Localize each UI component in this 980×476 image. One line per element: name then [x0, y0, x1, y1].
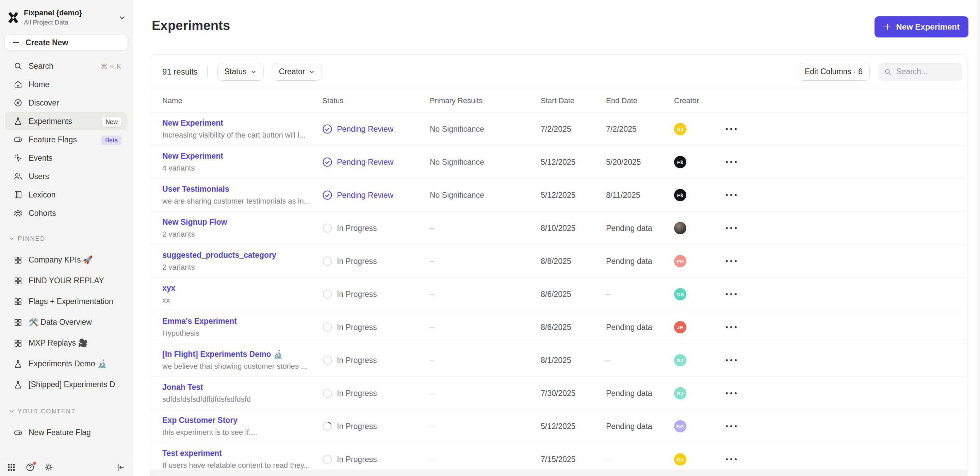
new-badge: New	[102, 117, 121, 127]
sidebar-item-lexicon[interactable]: Lexicon	[5, 185, 127, 204]
creator-filter-button[interactable]: Creator	[272, 63, 322, 81]
sidebar-item-label: FIND YOUR REPLAY	[29, 276, 104, 285]
sidebar-item-label: Home	[29, 80, 49, 89]
status-filter-button[interactable]: Status	[218, 63, 264, 81]
column-header-end-date[interactable]: End Date	[606, 96, 674, 105]
column-header-status[interactable]: Status	[322, 96, 430, 105]
row-menu-button[interactable]	[725, 423, 757, 430]
board-grid-icon	[14, 318, 22, 327]
experiment-name-link[interactable]: New Experiment	[162, 118, 314, 128]
workspace-name: Fixpanel {demo}	[24, 9, 82, 17]
sidebar-item-experiments[interactable]: Experiments New	[5, 112, 127, 130]
sidebar-section-header[interactable]: PINNED	[0, 232, 132, 246]
sidebar-item-find-your-replay[interactable]: FIND YOUR REPLAY	[5, 270, 127, 291]
sidebar-item-search[interactable]: Search ⌘ + K	[5, 57, 127, 75]
sidebar-item-mxp-replays[interactable]: MXP Replays 🎥	[5, 333, 127, 353]
progress-circle-icon	[322, 256, 332, 266]
cohorts-icon	[14, 209, 22, 217]
sidebar-item-cohorts[interactable]: Cohorts	[5, 204, 127, 222]
new-experiment-label: New Experiment	[896, 22, 959, 32]
edit-columns-button[interactable]: Edit Columns · 6	[798, 63, 870, 81]
experiment-subtitle: xx	[162, 296, 314, 305]
start-date-value: 7/30/2025	[541, 389, 606, 398]
experiment-name-link[interactable]: Exp Customer Story	[162, 416, 314, 425]
experiment-name-link[interactable]: Emma's Experiment	[162, 317, 314, 326]
row-menu-button[interactable]	[725, 455, 757, 463]
chevron-down-icon	[9, 236, 14, 241]
primary-results-value: –	[430, 356, 541, 365]
experiment-name-link[interactable]: [In Flight] Experiments Demo 🔬	[162, 350, 314, 359]
primary-results-value: –	[430, 290, 541, 299]
sidebar-item-data-overview[interactable]: 🛠️ Data Overview	[5, 312, 127, 333]
table-row: Jonah Test sdfdsfdsfsdfdffdfdsfsdfdsfd I…	[150, 377, 967, 410]
row-menu-button[interactable]	[725, 224, 757, 232]
start-date-value: 5/12/2025	[541, 422, 606, 431]
row-menu-button[interactable]	[725, 158, 757, 166]
row-menu-button[interactable]	[725, 192, 757, 199]
fixpanel-logo-icon	[8, 12, 18, 24]
status-label: In Progress	[337, 422, 377, 431]
apps-grid-icon[interactable]	[7, 463, 16, 472]
board-grid-icon	[14, 256, 22, 265]
sidebar-section-header[interactable]: YOUR CONTENT	[0, 404, 132, 418]
row-menu-button[interactable]	[725, 323, 757, 331]
creator-avatar: DJ	[674, 123, 686, 135]
edit-columns-label: Edit Columns · 6	[805, 67, 862, 76]
settings-gear-icon[interactable]	[44, 463, 53, 472]
column-header-creator[interactable]: Creator	[674, 96, 725, 105]
experiment-subtitle: Increasing visibility of the cart button…	[162, 131, 314, 140]
scrollbar-track[interactable]	[977, 0, 980, 476]
new-experiment-button[interactable]: New Experiment	[875, 16, 969, 37]
row-menu-button[interactable]	[725, 390, 757, 397]
sidebar-section-your-content: YOUR CONTENT New Feature Flag	[0, 404, 132, 443]
end-date-value: 8/11/2025	[606, 191, 674, 200]
sidebar-item-label: Company KPIs 🚀	[29, 256, 92, 265]
status-filter-label: Status	[224, 67, 247, 76]
experiment-name-link[interactable]: Jonah Test	[162, 383, 314, 392]
experiment-name-link[interactable]: xyx	[162, 284, 314, 293]
table-row: [In Flight] Experiments Demo 🔬 we believ…	[150, 344, 967, 377]
help-button[interactable]	[25, 463, 35, 472]
table-search	[878, 63, 962, 81]
experiment-subtitle: we are sharing customer testimonials as …	[162, 197, 314, 206]
sidebar-item-company-kpis[interactable]: Company KPIs 🚀	[5, 249, 127, 270]
experiment-name-link[interactable]: New Signup Flow	[162, 217, 314, 227]
results-count: 91 results	[162, 67, 198, 77]
page-title: Experiments	[152, 18, 230, 33]
column-header-primary-results[interactable]: Primary Results	[430, 96, 541, 105]
experiment-name-link[interactable]: New Experiment	[162, 152, 314, 161]
sidebar-item-label: Feature Flags	[29, 135, 77, 144]
progress-circle-icon	[322, 454, 332, 465]
sidebar-item-users[interactable]: Users	[5, 167, 127, 185]
start-date-value: 8/8/2025	[541, 257, 606, 266]
experiment-subtitle: Hypothesis	[162, 329, 314, 338]
sidebar-item-new-feature-flag[interactable]: New Feature Flag	[5, 422, 127, 443]
sidebar-item-experiments-demo[interactable]: Experiments Demo 🔬	[5, 353, 127, 374]
column-header-name[interactable]: Name	[162, 96, 322, 105]
toggle-icon	[14, 428, 22, 437]
column-header-start-date[interactable]: Start Date	[541, 96, 606, 105]
sidebar-item-events[interactable]: Events	[5, 149, 127, 167]
row-menu-button[interactable]	[725, 257, 757, 265]
primary-results-value: –	[430, 389, 541, 398]
sidebar-item-flags-experimentation-demo[interactable]: Flags + Experimentation Demo ,	[5, 291, 127, 312]
create-new-button[interactable]: Create New	[5, 34, 128, 51]
end-date-value: 7/2/2025	[606, 125, 674, 134]
table-row: xyx xx In Progress – 8/6/2025 – OS	[150, 278, 967, 311]
workspace-switcher[interactable]: Fixpanel {demo} All Project Data	[0, 0, 132, 32]
sidebar-item-home[interactable]: Home	[5, 75, 127, 94]
row-menu-button[interactable]	[725, 356, 757, 364]
sidebar-item-feature-flags[interactable]: Feature Flags Beta	[5, 130, 127, 149]
sidebar-item-discover[interactable]: Discover	[5, 94, 127, 112]
search-input[interactable]	[896, 67, 957, 77]
start-date-value: 8/6/2025	[541, 323, 606, 332]
row-menu-button[interactable]	[725, 291, 757, 298]
collapse-sidebar-icon[interactable]	[116, 463, 125, 472]
experiment-name-link[interactable]: User Testimonials	[162, 185, 314, 194]
experiment-subtitle: If users have relatable content to read …	[162, 461, 314, 470]
sidebar-item-shipped-experiments-demo[interactable]: [Shipped] Experiments Demo 🖊️	[5, 374, 127, 395]
experiment-name-link[interactable]: Test experiment	[162, 449, 314, 458]
row-menu-button[interactable]	[725, 125, 757, 133]
chevron-down-icon	[119, 14, 126, 21]
experiment-name-link[interactable]: suggested_products_category	[162, 251, 314, 260]
